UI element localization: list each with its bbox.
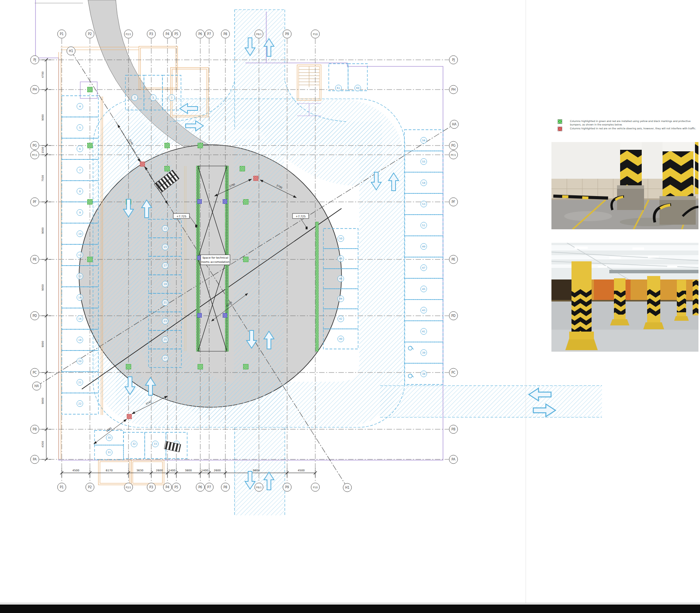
grid-axis-bubble: P8 <box>221 483 230 491</box>
grid-axis-bubble: P4 <box>163 30 172 38</box>
grid-axis-bubble: P3 <box>147 483 156 491</box>
parking-bay: 31 <box>95 445 123 460</box>
parking-space-number: 23 <box>164 320 167 323</box>
parking-space-number: 60 <box>356 86 359 90</box>
grid-axis-bubble: PC <box>30 368 39 377</box>
dimension-label: 4500 <box>73 469 79 472</box>
grid-axis-bubble: PA <box>30 455 39 464</box>
parking-space-number: 16 <box>78 317 81 320</box>
grid-axis-bubble: P9 <box>283 30 291 38</box>
legend-text: Columns highlighted in green and red are… <box>570 119 697 126</box>
grid-axis-bubble: P2/1 <box>124 483 133 491</box>
svg-text:PA: PA <box>451 458 455 461</box>
parking-space-number: 50 <box>339 237 342 240</box>
parking-bay: 47 <box>404 257 443 278</box>
parking-space-number: 31 <box>108 451 111 454</box>
svg-text:P2/1: P2/1 <box>126 486 131 489</box>
grid-axis-bubble: P2/1 <box>124 30 133 38</box>
grid-axis-bubble: PG <box>30 141 39 150</box>
parking-bay: 33 <box>145 432 166 459</box>
grid-axis-bubble: P8/1 <box>255 483 263 491</box>
svg-text:PB: PB <box>33 428 37 431</box>
green-wall-strip-east <box>316 222 318 351</box>
dimension-label: 1400 <box>201 469 208 472</box>
parking-space-number: 30 <box>108 436 111 439</box>
column-marker-red <box>254 176 258 181</box>
legend-item: Columns highlighted in green and red are… <box>558 119 697 126</box>
svg-text:PC: PC <box>33 371 37 374</box>
bottom-divider <box>0 603 700 603</box>
column-marker-green <box>243 200 249 205</box>
grid-axis-bubble: PC <box>449 368 458 377</box>
red-crosshatch-icon <box>558 127 562 131</box>
svg-text:HA: HA <box>452 123 457 126</box>
parking-space-number: 12 <box>78 275 81 278</box>
parking-space-number: 48 <box>339 257 342 260</box>
parking-space-number: 18 <box>78 339 81 342</box>
grid-axis-bubble: PB <box>449 425 458 434</box>
parking-space-number: 27 <box>164 357 167 360</box>
dimension-label: 9000 <box>41 114 44 121</box>
parking-bay: 51 <box>404 215 443 236</box>
svg-text:P8/1: P8/1 <box>256 33 262 36</box>
sheet-edge-line <box>526 0 526 603</box>
svg-text:PD: PD <box>33 314 37 318</box>
dimension-label: 2600 <box>214 469 221 472</box>
parking-space-number: 22 <box>78 402 81 405</box>
parking-space-number: 38 <box>422 373 425 376</box>
parking-bay: 45 <box>404 278 443 300</box>
grid-axis-bubble: P7 <box>205 30 213 38</box>
svg-text:PD: PD <box>451 314 456 318</box>
svg-text:PE: PE <box>33 258 37 261</box>
parking-space-number: 19 <box>164 283 167 286</box>
svg-text:P8/1: P8/1 <box>256 486 262 489</box>
svg-text:PF: PF <box>451 200 455 204</box>
parking-space-number: 10 <box>78 232 81 235</box>
parking-space-number: 6 <box>79 147 81 151</box>
parking-bay: 60 <box>348 64 367 91</box>
dimension-label: 9800 <box>253 469 260 472</box>
grid-axis-bubble: PJ <box>449 56 458 64</box>
parking-space-number: 51 <box>422 224 425 227</box>
column-marker-green <box>126 364 131 369</box>
svg-text:+7.725: +7.725 <box>296 215 306 218</box>
column-marker-green <box>198 364 203 369</box>
svg-text:PJ: PJ <box>452 58 455 62</box>
grid-axis-bubble: PF/1 <box>449 151 458 159</box>
parking-space-number: 54 <box>422 181 425 185</box>
grid-axis-bubble: P7 <box>205 483 213 491</box>
svg-text:Space for technical: Space for technical <box>202 256 228 259</box>
grid-axis-bubble: HA <box>32 382 41 390</box>
svg-text:PG: PG <box>32 144 37 147</box>
chevron-column <box>693 280 698 315</box>
svg-text:PF/1: PF/1 <box>32 154 37 157</box>
grid-axis-bubble: PH <box>449 85 458 94</box>
parking-space-number: 32 <box>132 442 135 445</box>
column-marker-red <box>140 162 145 166</box>
dimension-label: 9000 <box>41 227 44 234</box>
svg-text:P1: P1 <box>60 486 64 489</box>
svg-text:P9: P9 <box>285 486 289 489</box>
parking-bay: 5 <box>62 117 98 138</box>
parking-bay: 21 <box>62 372 98 393</box>
svg-text:PG: PG <box>451 144 455 147</box>
column-marker-green <box>198 143 203 148</box>
parking-space-number: 53 <box>422 203 425 206</box>
svg-text:P7: P7 <box>207 486 211 489</box>
column-marker-green <box>165 143 170 148</box>
grid-axis-bubble: PA <box>449 455 458 464</box>
parking-space-number: 61 <box>337 86 340 90</box>
parking-space-number: 5 <box>79 126 81 129</box>
svg-text:H1: H1 <box>69 49 73 53</box>
grid-axis-bubble: HA <box>450 120 458 129</box>
grid-axis-bubble: PB <box>30 425 39 434</box>
grid-axis-bubble: PE <box>30 255 39 264</box>
svg-text:P2: P2 <box>88 486 92 489</box>
dimension-label: 9000 <box>41 341 44 347</box>
grid-axis-bubble: P2 <box>86 483 94 491</box>
parking-bay: 39 <box>404 342 443 363</box>
parking-space-number: 25 <box>164 338 167 341</box>
parking-bay: 43 <box>404 300 443 321</box>
parking-space-number: 21 <box>78 381 81 384</box>
svg-text:PE: PE <box>451 258 455 261</box>
